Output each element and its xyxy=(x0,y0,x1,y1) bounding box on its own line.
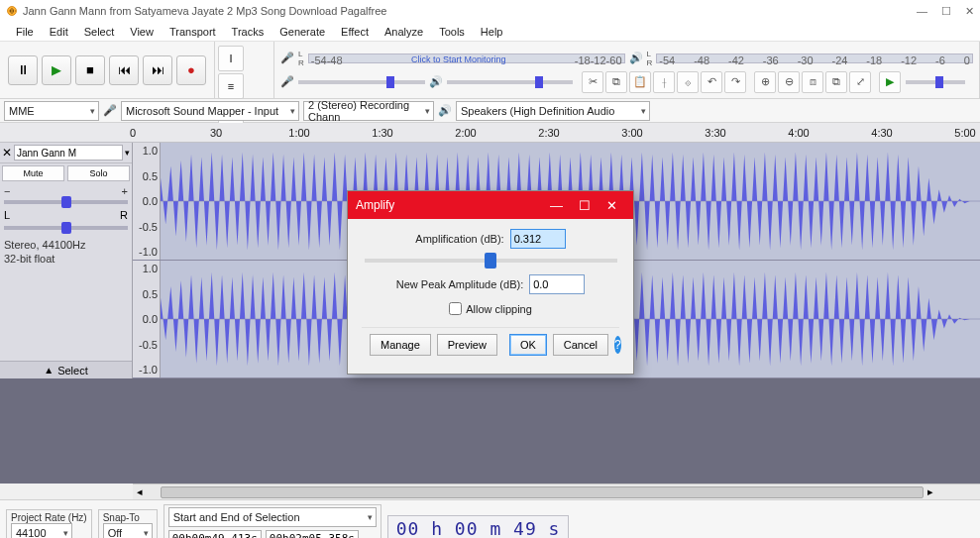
menu-bar: File Edit Select View Transport Tracks G… xyxy=(0,22,980,42)
copy-button[interactable]: ⧉ xyxy=(605,71,627,93)
rec-volume-slider[interactable] xyxy=(298,80,425,84)
zoom-fit-button[interactable]: ⧉ xyxy=(825,71,847,93)
play-meter[interactable]: -54-48-42-36-30-24-18-12-60 xyxy=(656,54,973,63)
envelope-tool[interactable]: ≡ xyxy=(218,73,244,99)
peak-input[interactable] xyxy=(529,274,585,294)
record-button[interactable]: ● xyxy=(176,55,206,85)
window-title: Jann Gann Mann from Satyameva Jayate 2 M… xyxy=(23,5,387,17)
project-rate-label: Project Rate (Hz) xyxy=(11,512,87,523)
manage-button[interactable]: Manage xyxy=(370,334,431,356)
menu-help[interactable]: Help xyxy=(473,24,511,40)
menu-view[interactable]: View xyxy=(122,24,162,40)
redo-button[interactable]: ↷ xyxy=(724,71,746,93)
cut-button[interactable]: ✂ xyxy=(582,71,603,93)
menu-tracks[interactable]: Tracks xyxy=(224,24,272,40)
track-bitdepth: 32-bit float xyxy=(4,252,128,266)
menu-generate[interactable]: Generate xyxy=(272,24,333,40)
dialog-close[interactable]: ✕ xyxy=(599,198,625,213)
project-rate-select[interactable]: 44100 xyxy=(11,523,72,539)
amplification-label: Amplification (dB): xyxy=(415,233,503,245)
track-close-button[interactable]: ✕ xyxy=(2,146,12,160)
input-device-select[interactable]: Microsoft Sound Mapper - Input xyxy=(121,101,299,121)
cancel-button[interactable]: Cancel xyxy=(553,334,608,356)
track-collapse-button[interactable]: ▲ Select xyxy=(0,361,132,378)
mute-button[interactable]: Mute xyxy=(2,165,64,181)
menu-effect[interactable]: Effect xyxy=(333,24,377,40)
record-meter[interactable]: -54-48Click to Start Monitoring-18-12-60 xyxy=(308,54,625,63)
play-at-speed-button[interactable]: ▶ xyxy=(879,71,901,93)
skip-start-button[interactable]: ⏮ xyxy=(109,55,139,85)
device-toolbar: MME 🎤 Microsoft Sound Mapper - Input 2 (… xyxy=(0,99,980,123)
menu-transport[interactable]: Transport xyxy=(162,24,224,40)
allow-clipping-checkbox[interactable] xyxy=(449,302,462,315)
output-device-select[interactable]: Speakers (High Definition Audio xyxy=(456,101,650,121)
dialog-minimize[interactable]: — xyxy=(542,198,571,213)
rec-channels-select[interactable]: 2 (Stereo) Recording Chann xyxy=(303,101,434,121)
ok-button[interactable]: OK xyxy=(509,334,547,356)
selection-end[interactable]: 00h02m05.358s xyxy=(266,530,359,538)
zoom-toggle-button[interactable]: ⤢ xyxy=(849,71,871,93)
app-icon xyxy=(6,5,18,17)
mic-device-icon: 🎤 xyxy=(103,104,117,117)
transport-toolbar: ⏸ ▶ ■ ⏮ ⏭ ● xyxy=(0,42,215,98)
track-menu-button[interactable]: ▾ xyxy=(125,148,130,158)
snap-label: Snap-To xyxy=(103,512,153,523)
track-control-panel: ✕ ▾ Mute Solo −+ LR Stereo, 44100Hz 32-b… xyxy=(0,143,133,378)
menu-select[interactable]: Select xyxy=(76,24,123,40)
snap-select[interactable]: Off xyxy=(103,523,153,539)
play-button[interactable]: ▶ xyxy=(42,55,71,85)
speaker-icon: 🔊 xyxy=(629,52,643,64)
skip-end-button[interactable]: ⏭ xyxy=(143,55,172,85)
menu-tools[interactable]: Tools xyxy=(431,24,473,40)
mic-icon: 🎤 xyxy=(280,52,294,64)
tools-toolbar: I ≡ ✎ 🔍 ↔ ✶ xyxy=(215,42,274,98)
selection-toolbar: Project Rate (Hz) 44100 Snap-To Off Star… xyxy=(0,499,980,538)
selection-tool[interactable]: I xyxy=(218,46,244,71)
horizontal-scrollbar[interactable]: ◂▸ xyxy=(133,484,980,499)
pan-slider[interactable] xyxy=(4,226,128,230)
pause-button[interactable]: ⏸ xyxy=(8,55,38,85)
vscale-left: 1.00.50.0-0.5-1.0 xyxy=(133,143,161,260)
dialog-maximize[interactable]: ☐ xyxy=(571,198,599,213)
empty-track-area xyxy=(0,378,980,484)
window-minimize[interactable]: — xyxy=(917,5,927,18)
dialog-title: Amplify xyxy=(356,198,394,212)
menu-edit[interactable]: Edit xyxy=(42,24,76,40)
window-maximize[interactable]: ☐ xyxy=(941,5,951,18)
timeline-ruler[interactable]: 0 30 1:00 1:30 2:00 2:30 3:00 3:30 4:00 … xyxy=(0,123,980,143)
toolbar-row: ⏸ ▶ ■ ⏮ ⏭ ● I ≡ ✎ 🔍 ↔ ✶ 🎤LR -54-48Click … xyxy=(0,42,980,99)
play-volume-slider[interactable] xyxy=(447,80,574,84)
amplify-dialog: Amplify — ☐ ✕ Amplification (dB): New Pe… xyxy=(347,190,634,375)
solo-button[interactable]: Solo xyxy=(67,165,130,181)
speaker-device-icon: 🔊 xyxy=(438,104,452,117)
track-format: Stereo, 44100Hz xyxy=(4,238,128,252)
dialog-titlebar[interactable]: Amplify — ☐ ✕ xyxy=(348,191,633,219)
silence-button[interactable]: ⟐ xyxy=(677,71,699,93)
preview-button[interactable]: Preview xyxy=(437,334,497,356)
speed-slider[interactable] xyxy=(906,80,965,84)
vscale-right: 1.00.50.0-0.5-1.0 xyxy=(133,261,161,377)
zoom-in-button[interactable]: ⊕ xyxy=(754,71,776,93)
peak-label: New Peak Amplitude (dB): xyxy=(396,278,523,290)
audio-position[interactable]: 00 h 00 m 49 s xyxy=(387,515,570,539)
audio-host-select[interactable]: MME xyxy=(4,101,99,121)
menu-file[interactable]: File xyxy=(8,24,42,40)
stop-button[interactable]: ■ xyxy=(75,55,105,85)
allow-clipping-label: Allow clipping xyxy=(466,303,532,315)
amplification-slider[interactable] xyxy=(365,259,617,263)
spk-vol-icon: 🔊 xyxy=(429,75,443,88)
track-name-field[interactable] xyxy=(14,145,123,161)
undo-button[interactable]: ↶ xyxy=(701,71,722,93)
menu-analyze[interactable]: Analyze xyxy=(377,24,431,40)
gain-slider[interactable] xyxy=(4,200,128,204)
trim-button[interactable]: ⟊ xyxy=(653,71,675,93)
selection-start[interactable]: 00h00m49.413s xyxy=(168,530,262,538)
amplification-input[interactable] xyxy=(510,229,566,249)
paste-button[interactable]: 📋 xyxy=(629,71,651,93)
zoom-out-button[interactable]: ⊖ xyxy=(778,71,800,93)
help-button[interactable]: ? xyxy=(614,336,621,354)
mic-vol-icon: 🎤 xyxy=(280,75,294,88)
zoom-sel-button[interactable]: ⧈ xyxy=(802,71,823,93)
window-close[interactable]: ✕ xyxy=(965,5,974,18)
selection-mode-select[interactable]: Start and End of Selection xyxy=(168,507,377,527)
